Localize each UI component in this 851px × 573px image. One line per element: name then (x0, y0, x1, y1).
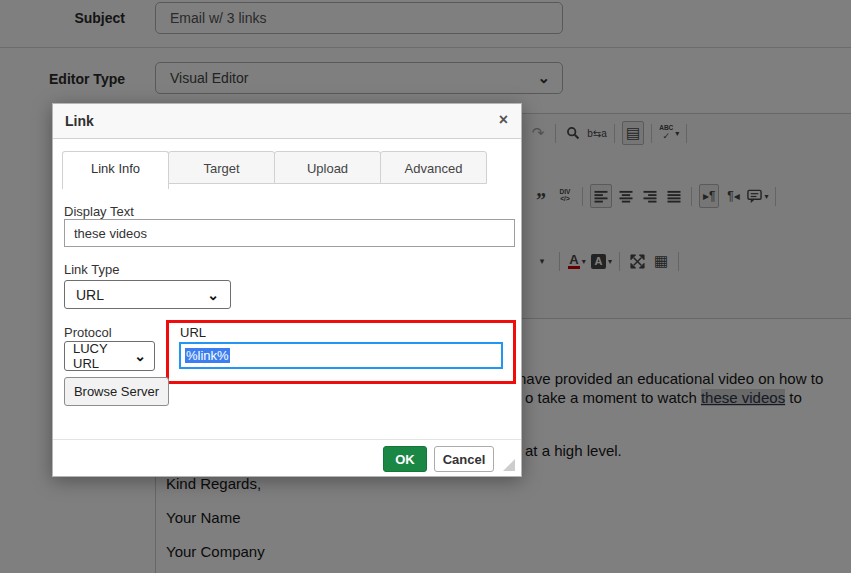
chevron-down-icon: ⌄ (134, 348, 146, 364)
close-icon[interactable]: × (499, 112, 508, 128)
display-text-label: Display Text (64, 204, 134, 219)
dialog-title: Link (65, 113, 94, 129)
link-type-value: URL (76, 287, 104, 303)
dialog-resize-handle[interactable] (503, 459, 515, 471)
tab-upload[interactable]: Upload (274, 151, 381, 184)
display-text-input[interactable] (64, 219, 515, 247)
tab-target[interactable]: Target (168, 151, 275, 184)
dialog-header[interactable]: Link × (53, 104, 521, 139)
url-selected-text: %link% (185, 348, 230, 363)
link-dialog: Link × Link Info Target Upload Advanced … (52, 103, 522, 477)
screen: Subject Editor Type Visual Editor ⌄ ↶ ↷ … (0, 0, 851, 573)
protocol-value: LUCY URL (73, 341, 134, 371)
protocol-label: Protocol (64, 325, 112, 340)
url-label: URL (180, 325, 513, 340)
url-field-annotation-box: URL %link% (166, 320, 516, 384)
tab-link-info[interactable]: Link Info (62, 151, 169, 189)
protocol-select[interactable]: LUCY URL ⌄ (64, 341, 155, 371)
ok-button[interactable]: OK (383, 446, 427, 472)
dialog-footer: OK Cancel (53, 439, 521, 476)
link-type-select[interactable]: URL ⌄ (64, 280, 231, 309)
dialog-tabs: Link Info Target Upload Advanced (63, 151, 487, 189)
cancel-button[interactable]: Cancel (434, 446, 494, 472)
link-type-label: Link Type (64, 262, 119, 277)
url-input[interactable]: %link% (179, 342, 503, 369)
browse-server-button[interactable]: Browse Server (64, 377, 169, 406)
tab-advanced[interactable]: Advanced (380, 151, 487, 184)
chevron-down-icon: ⌄ (207, 287, 219, 303)
